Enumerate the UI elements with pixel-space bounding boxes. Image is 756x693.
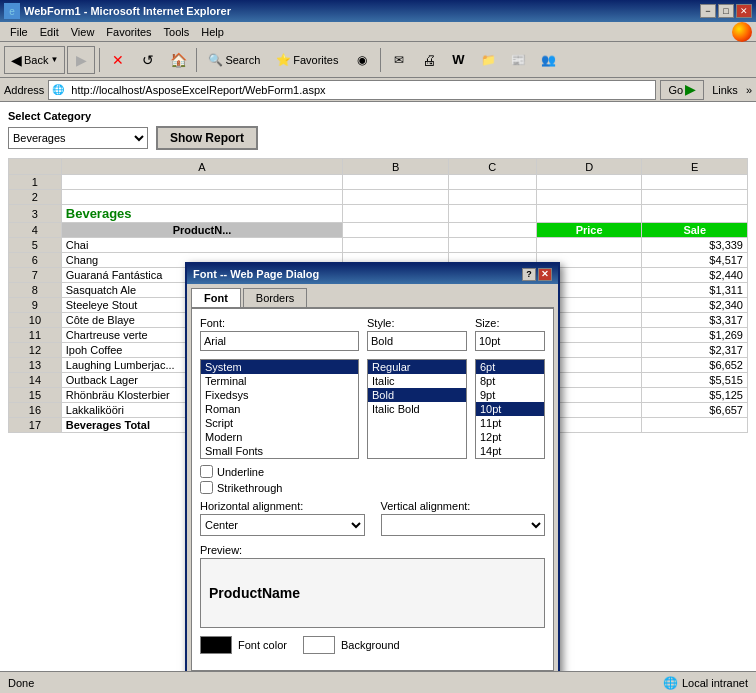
ie-logo — [732, 22, 752, 42]
font-list-item[interactable]: MS Serif — [201, 458, 358, 459]
menu-tools[interactable]: Tools — [158, 25, 196, 39]
strikethrough-checkbox[interactable] — [200, 481, 213, 494]
home-button[interactable]: 🏠 — [164, 46, 192, 74]
expand-arrow[interactable]: » — [746, 84, 752, 96]
dialog-tabs: Font Borders — [187, 284, 558, 307]
style-list-item[interactable]: Regular — [368, 360, 466, 374]
dialog-overlay: Font -- Web Page Dialog ? ✕ Font Borders… — [0, 102, 756, 671]
preview-text: ProductName — [209, 585, 300, 601]
style-list[interactable]: Regular Italic Bold Italic Bold — [367, 359, 467, 459]
style-list-item[interactable]: Bold — [368, 388, 466, 402]
forward-button[interactable]: ▶ — [67, 46, 95, 74]
font-list-item[interactable]: Fixedsys — [201, 388, 358, 402]
font-color-label: Font color — [238, 639, 287, 651]
dialog-titlebar: Font -- Web Page Dialog ? ✕ — [187, 264, 558, 284]
menu-view[interactable]: View — [65, 25, 101, 39]
media-button[interactable]: ◉ — [348, 46, 376, 74]
favorites-button[interactable]: ⭐ Favorites — [269, 46, 345, 74]
h-align-select[interactable]: Center Left Right — [200, 514, 365, 536]
style-input[interactable] — [367, 331, 467, 351]
font-list-item[interactable]: Small Fonts — [201, 444, 358, 458]
background-label: Background — [341, 639, 400, 651]
maximize-button[interactable]: □ — [718, 4, 734, 18]
size-list[interactable]: 6pt 8pt 9pt 10pt 11pt 12pt 14pt 16pt 18p… — [475, 359, 545, 459]
dialog-title-text: Font -- Web Page Dialog — [193, 268, 522, 280]
address-bar: Address 🌐 Go ▶ Links » — [0, 78, 756, 102]
underline-checkbox[interactable] — [200, 465, 213, 478]
search-button[interactable]: 🔍 Search — [201, 46, 267, 74]
stop-button[interactable]: ✕ — [104, 46, 132, 74]
tab-font[interactable]: Font — [191, 288, 241, 307]
refresh-button[interactable]: ↺ — [134, 46, 162, 74]
font-list-item[interactable]: Modern — [201, 430, 358, 444]
v-align-label: Vertical alignment: — [381, 500, 546, 512]
dialog-close-button[interactable]: ✕ — [538, 268, 552, 281]
style-section-label: Style: — [367, 317, 467, 329]
strikethrough-label: Strikethrough — [217, 482, 282, 494]
color-row: Font color Background — [200, 636, 545, 654]
font-color-swatch[interactable] — [200, 636, 232, 654]
window-icon: e — [4, 3, 20, 19]
alignment-row: Horizontal alignment: Center Left Right … — [200, 500, 545, 536]
font-section-label: Font: — [200, 317, 359, 329]
status-right: 🌐 Local intranet — [663, 676, 748, 690]
title-bar: e WebForm1 - Microsoft Internet Explorer… — [0, 0, 756, 22]
toolbar: ◀ Back ▼ ▶ ✕ ↺ 🏠 🔍 Search ⭐ Favorites ◉ … — [0, 42, 756, 78]
radio-button[interactable]: 👥 — [535, 46, 563, 74]
status-left: Done — [8, 677, 34, 689]
size-list-item[interactable]: 12pt — [476, 430, 544, 444]
discuss-button[interactable]: 📁 — [475, 46, 503, 74]
font-input[interactable] — [200, 331, 359, 351]
size-list-item[interactable]: 8pt — [476, 374, 544, 388]
size-list-item[interactable]: 6pt — [476, 360, 544, 374]
preview-label: Preview: — [200, 544, 545, 556]
checkbox-area: Underline Strikethrough — [200, 465, 545, 494]
history-button[interactable]: ✉ — [385, 46, 413, 74]
font-list-item[interactable]: Terminal — [201, 374, 358, 388]
size-section-label: Size: — [475, 317, 545, 329]
edit-button[interactable]: W — [445, 46, 473, 74]
links-label[interactable]: Links — [708, 84, 742, 96]
address-input[interactable] — [67, 81, 654, 99]
size-list-item[interactable]: 11pt — [476, 416, 544, 430]
underline-label: Underline — [217, 466, 264, 478]
font-list-item[interactable]: Roman — [201, 402, 358, 416]
window-title: WebForm1 - Microsoft Internet Explorer — [24, 5, 700, 17]
dialog-content: Font: Style: Size: — [191, 308, 554, 671]
h-align-label: Horizontal alignment: — [200, 500, 365, 512]
tab-borders[interactable]: Borders — [243, 288, 308, 307]
status-bar: Done 🌐 Local intranet — [0, 671, 756, 693]
size-list-item[interactable]: 16pt — [476, 458, 544, 459]
dialog-help-button[interactable]: ? — [522, 268, 536, 281]
font-list[interactable]: System Terminal Fixedsys Roman Script Mo… — [200, 359, 359, 459]
minimize-button[interactable]: − — [700, 4, 716, 18]
close-button[interactable]: ✕ — [736, 4, 752, 18]
preview-box: ProductName — [200, 558, 545, 628]
menu-file[interactable]: File — [4, 25, 34, 39]
font-list-item[interactable]: Script — [201, 416, 358, 430]
style-list-item[interactable]: Italic Bold — [368, 402, 466, 416]
main-content: Select Category Beverages Show Report A … — [0, 102, 756, 671]
messenger-button[interactable]: 📰 — [505, 46, 533, 74]
font-dialog: Font -- Web Page Dialog ? ✕ Font Borders… — [185, 262, 560, 671]
menu-favorites[interactable]: Favorites — [100, 25, 157, 39]
v-align-select[interactable]: Top Middle Bottom — [381, 514, 546, 536]
size-list-item[interactable]: 10pt — [476, 402, 544, 416]
back-button[interactable]: ◀ Back ▼ — [4, 46, 65, 74]
print-button[interactable]: 🖨 — [415, 46, 443, 74]
style-list-item[interactable]: Italic — [368, 374, 466, 388]
address-label: Address — [4, 84, 44, 96]
menu-help[interactable]: Help — [195, 25, 230, 39]
size-list-item[interactable]: 14pt — [476, 444, 544, 458]
size-input[interactable] — [475, 331, 545, 351]
background-swatch[interactable] — [303, 636, 335, 654]
go-button[interactable]: Go ▶ — [660, 80, 705, 100]
menu-bar: File Edit View Favorites Tools Help — [0, 22, 756, 42]
size-list-item[interactable]: 9pt — [476, 388, 544, 402]
menu-edit[interactable]: Edit — [34, 25, 65, 39]
font-list-item[interactable]: System — [201, 360, 358, 374]
